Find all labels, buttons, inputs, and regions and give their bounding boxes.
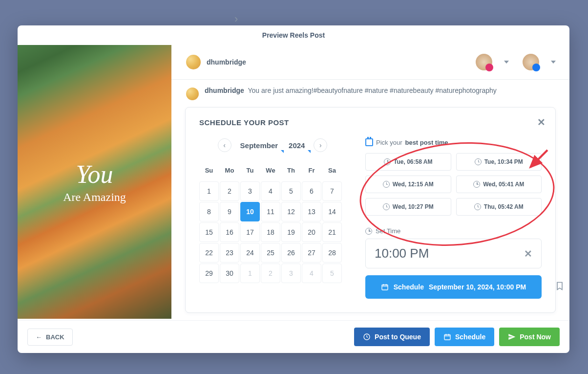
- svg-rect-3: [444, 334, 450, 340]
- calendar-dow: Sa: [322, 161, 342, 180]
- calendar-day[interactable]: 5: [281, 181, 301, 201]
- chevron-down-icon: [504, 61, 509, 64]
- calendar-icon: [365, 138, 373, 146]
- calendar-dow: Th: [281, 161, 301, 180]
- account-header: dhumbridge: [171, 45, 569, 80]
- calendar-day[interactable]: 20: [302, 222, 321, 242]
- clock-icon: [383, 181, 390, 188]
- calendar: ‹ September 2024 › SuMoTuWeThFrSa1234567…: [199, 138, 346, 299]
- calendar-day[interactable]: 22: [199, 243, 219, 263]
- clock-icon: [384, 158, 391, 165]
- modal-footer: ← BACK Post to Queue Schedule Post Now: [18, 320, 569, 353]
- calendar-day: 1: [240, 264, 260, 283]
- pick-best-time-label: Pick your best post time: [365, 138, 542, 146]
- calendar-icon: [381, 283, 389, 291]
- calendar-month-selector[interactable]: September: [238, 139, 280, 152]
- instagram-account-dropdown[interactable]: [476, 54, 509, 70]
- calendar-day[interactable]: 10: [240, 202, 260, 221]
- schedule-confirm-button[interactable]: Schedule September 10, 2024, 10:00 PM: [365, 275, 542, 299]
- calendar-dow: Fr: [302, 161, 321, 180]
- calendar-day[interactable]: 18: [261, 222, 280, 242]
- calendar-dow: Tu: [240, 161, 260, 180]
- bookmark-icon[interactable]: [555, 280, 565, 292]
- caption-avatar: [185, 87, 200, 101]
- send-icon: [508, 333, 516, 341]
- account-username: dhumbridge: [207, 58, 246, 66]
- calendar-day[interactable]: 23: [220, 243, 239, 263]
- calendar-day[interactable]: 11: [261, 202, 280, 221]
- calendar-day[interactable]: 30: [220, 264, 239, 283]
- best-time-chip[interactable]: Tue, 06:58 AM: [365, 153, 451, 171]
- calendar-day[interactable]: 16: [220, 222, 239, 242]
- calendar-next-button[interactable]: ›: [314, 138, 327, 152]
- calendar-icon: [443, 333, 451, 341]
- clock-icon: [475, 158, 482, 165]
- best-time-chip[interactable]: Wed, 12:15 AM: [365, 176, 451, 193]
- calendar-day[interactable]: 7: [322, 181, 342, 201]
- calendar-day[interactable]: 1: [199, 181, 219, 201]
- best-time-chip[interactable]: Tue, 10:34 PM: [456, 153, 542, 171]
- calendar-day[interactable]: 6: [302, 181, 321, 201]
- post-to-queue-button[interactable]: Post to Queue: [354, 328, 430, 346]
- chevron-down-icon: [551, 61, 556, 64]
- time-input[interactable]: 10:00 PM ✕: [365, 239, 542, 268]
- calendar-day[interactable]: 12: [281, 202, 301, 221]
- calendar-day[interactable]: 2: [220, 181, 239, 201]
- clear-time-icon[interactable]: ✕: [524, 248, 532, 260]
- clock-icon: [365, 228, 372, 235]
- calendar-dow: We: [261, 161, 280, 180]
- facebook-account-dropdown[interactable]: [523, 54, 556, 70]
- calendar-day[interactable]: 13: [302, 202, 321, 221]
- calendar-day[interactable]: 4: [261, 181, 280, 201]
- calendar-day[interactable]: 15: [199, 222, 219, 242]
- set-time-label: Set Time: [365, 227, 542, 235]
- calendar-day[interactable]: 21: [322, 222, 342, 242]
- close-icon[interactable]: ✕: [537, 116, 546, 128]
- calendar-prev-button[interactable]: ‹: [218, 138, 231, 152]
- background-chevron-icon: ›: [234, 13, 238, 25]
- calendar-day[interactable]: 26: [281, 243, 301, 263]
- caption-username: dhumbridge: [205, 87, 244, 94]
- calendar-day: 4: [302, 264, 321, 283]
- reel-text-line-2: Are Amazing: [63, 191, 126, 204]
- calendar-day[interactable]: 24: [240, 243, 260, 263]
- schedule-panel-title: SCHEDULE YOUR POST: [199, 118, 542, 127]
- calendar-year-selector[interactable]: 2024: [287, 139, 307, 152]
- instagram-avatar-icon: [476, 54, 492, 70]
- modal-title: Preview Reels Post: [18, 25, 569, 45]
- clock-icon: [474, 203, 481, 210]
- svg-rect-0: [382, 285, 388, 290]
- calendar-day[interactable]: 29: [199, 264, 219, 283]
- best-time-label: Tue, 06:58 AM: [394, 158, 432, 165]
- calendar-day: 5: [322, 264, 342, 283]
- back-button[interactable]: ← BACK: [27, 329, 73, 346]
- calendar-day[interactable]: 8: [199, 202, 219, 221]
- caption-text: You are just amazing!#beautyofnature #na…: [248, 87, 497, 94]
- calendar-day[interactable]: 27: [302, 243, 321, 263]
- time-input-value: 10:00 PM: [375, 246, 429, 261]
- best-time-label: Wed, 05:41 AM: [483, 181, 524, 188]
- best-time-chip[interactable]: Thu, 05:42 AM: [456, 198, 542, 216]
- schedule-button[interactable]: Schedule: [435, 328, 494, 346]
- calendar-day[interactable]: 19: [281, 222, 301, 242]
- calendar-day[interactable]: 17: [240, 222, 260, 242]
- best-time-label: Tue, 10:34 PM: [484, 158, 523, 165]
- best-time-chip[interactable]: Wed, 10:27 PM: [365, 198, 451, 216]
- clock-icon: [363, 333, 371, 341]
- clock-icon: [473, 181, 480, 188]
- calendar-day[interactable]: 25: [261, 243, 280, 263]
- schedule-panel: SCHEDULE YOUR POST ✕ ‹ September 2024 › …: [185, 107, 556, 313]
- best-time-label: Wed, 10:27 PM: [393, 203, 434, 210]
- calendar-day[interactable]: 14: [322, 202, 342, 221]
- best-time-chip[interactable]: Wed, 05:41 AM: [456, 176, 542, 193]
- post-caption: dhumbridge You are just amazing!#beautyo…: [171, 80, 569, 105]
- calendar-dow: Mo: [220, 161, 239, 180]
- calendar-day[interactable]: 9: [220, 202, 239, 221]
- reel-preview-image: You Are Amazing: [18, 45, 171, 319]
- post-now-button[interactable]: Post Now: [499, 328, 560, 346]
- calendar-day[interactable]: 28: [322, 243, 342, 263]
- arrow-left-icon: ←: [36, 333, 42, 341]
- account-avatar: [185, 54, 202, 70]
- calendar-day: 3: [281, 264, 301, 283]
- calendar-day[interactable]: 3: [240, 181, 260, 201]
